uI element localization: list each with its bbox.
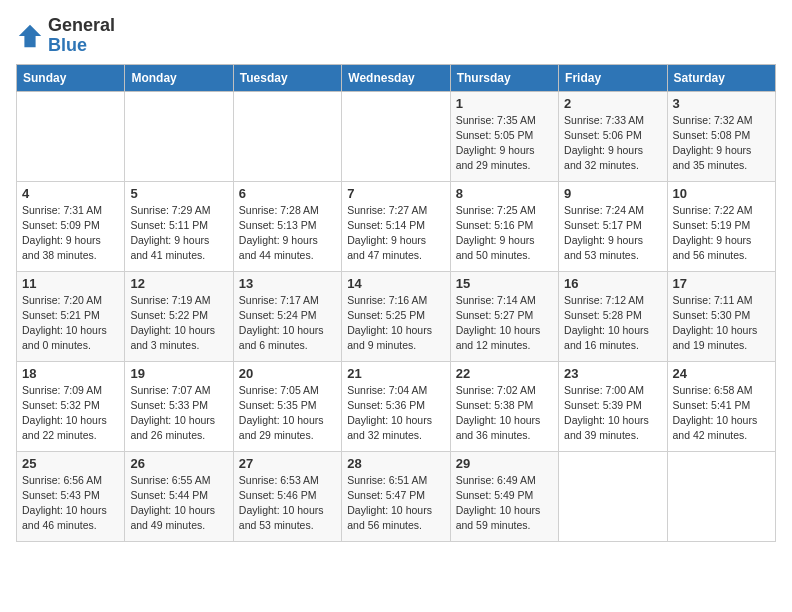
logo-icon — [16, 22, 44, 50]
day-cell: 9Sunrise: 7:24 AMSunset: 5:17 PMDaylight… — [559, 181, 667, 271]
header-cell-sunday: Sunday — [17, 64, 125, 91]
day-cell — [667, 451, 775, 541]
week-row-4: 18Sunrise: 7:09 AMSunset: 5:32 PMDayligh… — [17, 361, 776, 451]
day-cell — [342, 91, 450, 181]
day-info: Sunrise: 7:11 AMSunset: 5:30 PMDaylight:… — [673, 293, 770, 354]
day-info: Sunrise: 7:28 AMSunset: 5:13 PMDaylight:… — [239, 203, 336, 264]
header-cell-saturday: Saturday — [667, 64, 775, 91]
day-info: Sunrise: 7:14 AMSunset: 5:27 PMDaylight:… — [456, 293, 553, 354]
header-cell-tuesday: Tuesday — [233, 64, 341, 91]
day-number: 17 — [673, 276, 770, 291]
day-cell: 18Sunrise: 7:09 AMSunset: 5:32 PMDayligh… — [17, 361, 125, 451]
day-number: 13 — [239, 276, 336, 291]
day-info: Sunrise: 6:56 AMSunset: 5:43 PMDaylight:… — [22, 473, 119, 534]
day-cell: 15Sunrise: 7:14 AMSunset: 5:27 PMDayligh… — [450, 271, 558, 361]
day-number: 10 — [673, 186, 770, 201]
day-info: Sunrise: 7:17 AMSunset: 5:24 PMDaylight:… — [239, 293, 336, 354]
day-info: Sunrise: 7:32 AMSunset: 5:08 PMDaylight:… — [673, 113, 770, 174]
day-number: 26 — [130, 456, 227, 471]
day-number: 16 — [564, 276, 661, 291]
day-info: Sunrise: 7:31 AMSunset: 5:09 PMDaylight:… — [22, 203, 119, 264]
day-info: Sunrise: 6:58 AMSunset: 5:41 PMDaylight:… — [673, 383, 770, 444]
day-info: Sunrise: 6:51 AMSunset: 5:47 PMDaylight:… — [347, 473, 444, 534]
day-number: 3 — [673, 96, 770, 111]
day-number: 6 — [239, 186, 336, 201]
day-info: Sunrise: 7:09 AMSunset: 5:32 PMDaylight:… — [22, 383, 119, 444]
day-cell: 19Sunrise: 7:07 AMSunset: 5:33 PMDayligh… — [125, 361, 233, 451]
day-info: Sunrise: 7:02 AMSunset: 5:38 PMDaylight:… — [456, 383, 553, 444]
day-cell: 14Sunrise: 7:16 AMSunset: 5:25 PMDayligh… — [342, 271, 450, 361]
day-number: 24 — [673, 366, 770, 381]
day-number: 21 — [347, 366, 444, 381]
day-number: 5 — [130, 186, 227, 201]
day-info: Sunrise: 6:53 AMSunset: 5:46 PMDaylight:… — [239, 473, 336, 534]
day-cell: 21Sunrise: 7:04 AMSunset: 5:36 PMDayligh… — [342, 361, 450, 451]
logo-text: General Blue — [48, 16, 115, 56]
day-cell: 6Sunrise: 7:28 AMSunset: 5:13 PMDaylight… — [233, 181, 341, 271]
header: General Blue — [16, 16, 776, 56]
day-cell: 27Sunrise: 6:53 AMSunset: 5:46 PMDayligh… — [233, 451, 341, 541]
day-cell: 29Sunrise: 6:49 AMSunset: 5:49 PMDayligh… — [450, 451, 558, 541]
day-cell: 10Sunrise: 7:22 AMSunset: 5:19 PMDayligh… — [667, 181, 775, 271]
day-info: Sunrise: 7:05 AMSunset: 5:35 PMDaylight:… — [239, 383, 336, 444]
day-info: Sunrise: 7:22 AMSunset: 5:19 PMDaylight:… — [673, 203, 770, 264]
day-cell: 5Sunrise: 7:29 AMSunset: 5:11 PMDaylight… — [125, 181, 233, 271]
day-cell: 4Sunrise: 7:31 AMSunset: 5:09 PMDaylight… — [17, 181, 125, 271]
day-cell: 28Sunrise: 6:51 AMSunset: 5:47 PMDayligh… — [342, 451, 450, 541]
week-row-1: 1Sunrise: 7:35 AMSunset: 5:05 PMDaylight… — [17, 91, 776, 181]
header-cell-wednesday: Wednesday — [342, 64, 450, 91]
day-cell: 16Sunrise: 7:12 AMSunset: 5:28 PMDayligh… — [559, 271, 667, 361]
day-info: Sunrise: 7:12 AMSunset: 5:28 PMDaylight:… — [564, 293, 661, 354]
day-number: 9 — [564, 186, 661, 201]
day-cell — [233, 91, 341, 181]
day-info: Sunrise: 7:27 AMSunset: 5:14 PMDaylight:… — [347, 203, 444, 264]
week-row-5: 25Sunrise: 6:56 AMSunset: 5:43 PMDayligh… — [17, 451, 776, 541]
day-number: 25 — [22, 456, 119, 471]
day-number: 27 — [239, 456, 336, 471]
day-number: 4 — [22, 186, 119, 201]
day-cell: 26Sunrise: 6:55 AMSunset: 5:44 PMDayligh… — [125, 451, 233, 541]
day-info: Sunrise: 7:29 AMSunset: 5:11 PMDaylight:… — [130, 203, 227, 264]
day-info: Sunrise: 7:33 AMSunset: 5:06 PMDaylight:… — [564, 113, 661, 174]
day-cell: 20Sunrise: 7:05 AMSunset: 5:35 PMDayligh… — [233, 361, 341, 451]
day-info: Sunrise: 7:25 AMSunset: 5:16 PMDaylight:… — [456, 203, 553, 264]
day-number: 28 — [347, 456, 444, 471]
week-row-3: 11Sunrise: 7:20 AMSunset: 5:21 PMDayligh… — [17, 271, 776, 361]
day-cell — [559, 451, 667, 541]
day-number: 1 — [456, 96, 553, 111]
day-number: 8 — [456, 186, 553, 201]
day-info: Sunrise: 7:00 AMSunset: 5:39 PMDaylight:… — [564, 383, 661, 444]
header-cell-friday: Friday — [559, 64, 667, 91]
day-number: 11 — [22, 276, 119, 291]
day-info: Sunrise: 6:49 AMSunset: 5:49 PMDaylight:… — [456, 473, 553, 534]
header-cell-monday: Monday — [125, 64, 233, 91]
day-info: Sunrise: 7:35 AMSunset: 5:05 PMDaylight:… — [456, 113, 553, 174]
day-cell: 3Sunrise: 7:32 AMSunset: 5:08 PMDaylight… — [667, 91, 775, 181]
day-cell: 23Sunrise: 7:00 AMSunset: 5:39 PMDayligh… — [559, 361, 667, 451]
day-cell: 17Sunrise: 7:11 AMSunset: 5:30 PMDayligh… — [667, 271, 775, 361]
day-info: Sunrise: 7:07 AMSunset: 5:33 PMDaylight:… — [130, 383, 227, 444]
header-cell-thursday: Thursday — [450, 64, 558, 91]
svg-marker-0 — [19, 25, 41, 47]
day-cell: 22Sunrise: 7:02 AMSunset: 5:38 PMDayligh… — [450, 361, 558, 451]
day-cell: 11Sunrise: 7:20 AMSunset: 5:21 PMDayligh… — [17, 271, 125, 361]
day-cell: 13Sunrise: 7:17 AMSunset: 5:24 PMDayligh… — [233, 271, 341, 361]
day-cell: 12Sunrise: 7:19 AMSunset: 5:22 PMDayligh… — [125, 271, 233, 361]
day-number: 2 — [564, 96, 661, 111]
day-cell — [125, 91, 233, 181]
logo: General Blue — [16, 16, 115, 56]
day-info: Sunrise: 7:24 AMSunset: 5:17 PMDaylight:… — [564, 203, 661, 264]
day-info: Sunrise: 6:55 AMSunset: 5:44 PMDaylight:… — [130, 473, 227, 534]
day-cell: 24Sunrise: 6:58 AMSunset: 5:41 PMDayligh… — [667, 361, 775, 451]
day-number: 22 — [456, 366, 553, 381]
day-number: 29 — [456, 456, 553, 471]
day-cell: 2Sunrise: 7:33 AMSunset: 5:06 PMDaylight… — [559, 91, 667, 181]
day-number: 15 — [456, 276, 553, 291]
header-row: SundayMondayTuesdayWednesdayThursdayFrid… — [17, 64, 776, 91]
day-info: Sunrise: 7:20 AMSunset: 5:21 PMDaylight:… — [22, 293, 119, 354]
week-row-2: 4Sunrise: 7:31 AMSunset: 5:09 PMDaylight… — [17, 181, 776, 271]
day-number: 12 — [130, 276, 227, 291]
day-info: Sunrise: 7:19 AMSunset: 5:22 PMDaylight:… — [130, 293, 227, 354]
day-info: Sunrise: 7:16 AMSunset: 5:25 PMDaylight:… — [347, 293, 444, 354]
day-cell: 7Sunrise: 7:27 AMSunset: 5:14 PMDaylight… — [342, 181, 450, 271]
